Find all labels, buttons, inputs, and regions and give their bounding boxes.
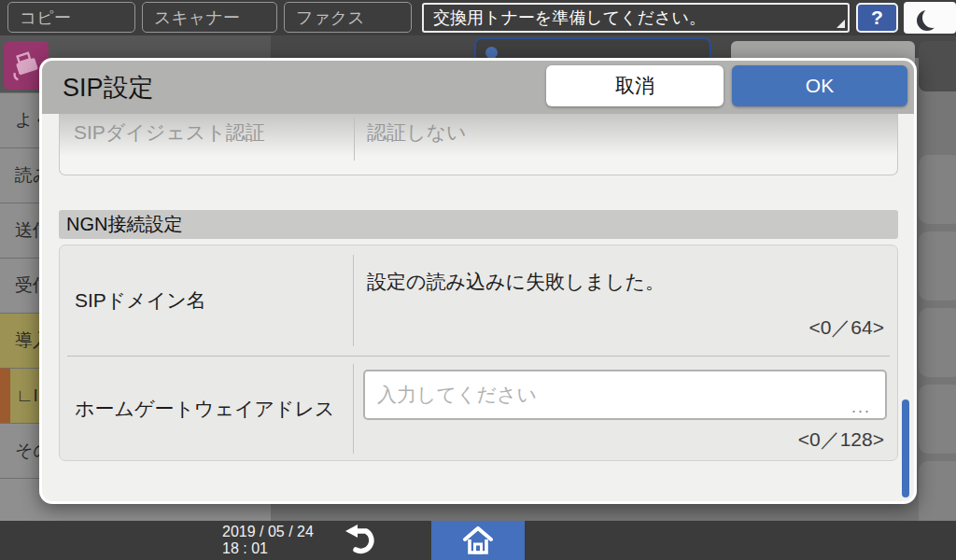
help-button[interactable]: ? [856,3,898,33]
row-sip-digest-auth[interactable]: SIPダイジェスト認証 認証しない [59,114,898,175]
row-divider [353,364,354,454]
home-icon [462,526,494,554]
status-expand-corner-icon [836,20,845,28]
background-side-button [919,461,956,530]
input-ellipsis-icon: ... [851,398,871,417]
home-gateway-address-label: ホームゲートウェイアドレス [75,357,334,460]
row-divider [354,118,355,161]
time-text: 18 : 01 [222,540,314,557]
sip-domain-name-label: SIPドメイン名 [75,245,206,356]
tab-scanner[interactable]: スキャナー [142,2,277,33]
tab-copy-label: コピー [20,7,71,29]
dialog-header: SIP設定 取消 OK [42,61,914,114]
datetime-display: 2019 / 05 / 24 18 : 01 [222,524,314,557]
tab-copy[interactable]: コピー [7,2,135,33]
cancel-button[interactable]: 取消 [546,65,724,106]
home-gateway-address-input[interactable] [363,370,887,420]
back-button[interactable] [334,521,394,560]
status-message-text: 交換用トナーを準備してください。 [433,7,706,29]
energy-saver-button[interactable] [904,2,956,34]
row-home-gateway-address: ホームゲートウェイアドレス ... <0／128> [60,357,897,460]
sip-domain-char-counter: <0／64> [808,315,884,341]
back-arrow-icon [344,525,385,556]
ok-button[interactable]: OK [732,65,907,106]
dialog-title: SIP設定 [63,61,154,114]
date-text: 2019 / 05 / 24 [222,524,314,540]
bottom-bar: 2019 / 05 / 24 18 : 01 [0,521,956,560]
background-side-button [919,385,956,454]
moon-icon [922,7,943,28]
ngn-settings-group: SIPドメイン名 設定の読み込みに失敗しました。 <0／64> ホームゲートウェ… [59,245,898,461]
tab-fax-label: ファクス [296,7,365,29]
background-side-button [919,155,956,224]
status-message-button[interactable]: 交換用トナーを準備してください。 [422,3,850,33]
home-gateway-char-counter: <0／128> [798,427,884,453]
sip-digest-auth-label: SIPダイジェスト認証 [74,119,265,146]
background-right-dark-button [919,41,956,91]
home-button[interactable] [431,521,525,560]
dialog-scrollbar-thumb[interactable] [902,399,909,497]
tab-fax[interactable]: ファクス [284,2,412,33]
row-divider [353,255,354,346]
sip-domain-error-text: 設定の読み込みに失敗しました。 [367,269,665,295]
background-side-button [919,231,956,301]
top-bar: コピー スキャナー ファクス 交換用トナーを準備してください。 ? [0,0,956,35]
row-sip-domain-name: SIPドメイン名 設定の読み込みに失敗しました。 <0／64> [60,245,897,356]
ngn-section-header-label: NGN接続設定 [66,212,182,237]
background-side-button [919,308,956,377]
fax-machine-glyph [9,49,43,82]
ok-button-label: OK [806,75,834,97]
help-question-icon: ? [871,7,883,29]
touch-screen: コピー スキャナー ファクス 交換用トナーを準備してください。 ? [0,0,956,560]
tab-scanner-label: スキャナー [154,7,240,29]
cancel-button-label: 取消 [615,73,654,99]
sip-digest-auth-value: 認証しない [367,119,466,146]
ngn-section-header: NGN接続設定 [59,210,898,239]
sip-settings-dialog: SIP設定 取消 OK SIPダイジェスト認証 認証しない NGN接続設定 SI… [39,58,917,504]
